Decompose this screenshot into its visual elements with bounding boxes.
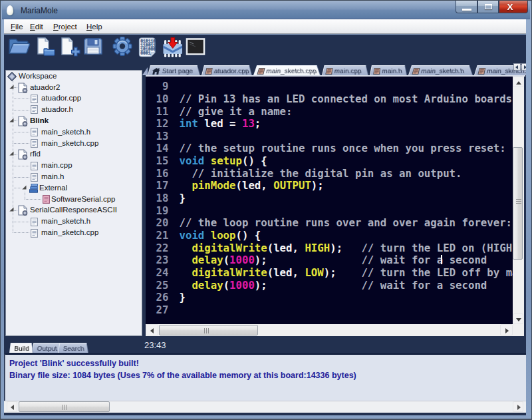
svg-text:0001: 0001 (140, 51, 151, 56)
